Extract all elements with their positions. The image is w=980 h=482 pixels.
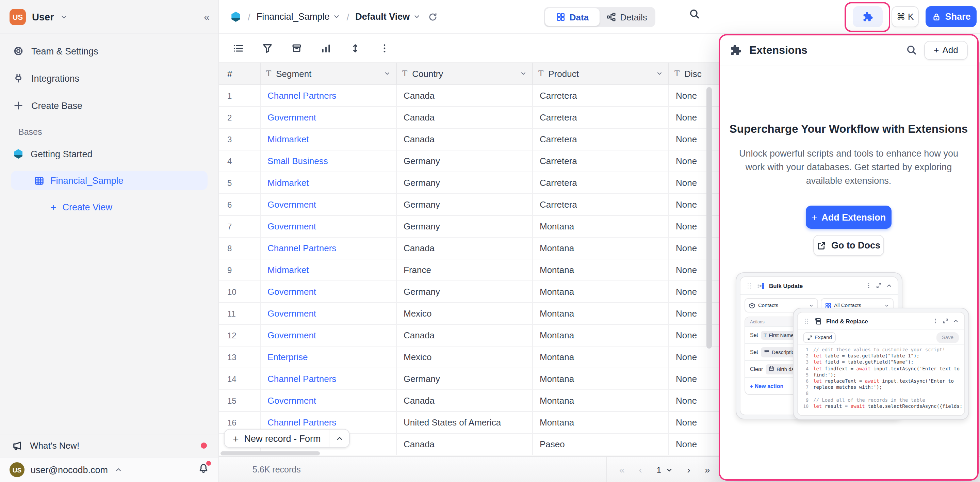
column-header-segment[interactable]: T Segment [261,63,397,84]
new-record-main[interactable]: + New record - Form [224,430,330,447]
sidebar-item-create-base[interactable]: Create Base [5,96,213,115]
cell-country[interactable]: Germany [397,172,533,193]
new-record-button[interactable]: + New record - Form [224,429,350,448]
extensions-panel: Extensions + Add Supercharge Your Workfl… [719,34,978,480]
cell-product[interactable]: Carretera [533,107,669,128]
cell-segment[interactable]: Channel Partners [261,85,397,106]
add-extension-small-button[interactable]: + Add [924,40,968,60]
share-button[interactable]: Share [926,6,977,27]
vertical-scrollbar[interactable] [706,87,712,348]
search-icon[interactable] [689,8,700,20]
last-page-button[interactable]: » [705,464,710,475]
cell-country[interactable]: Canada [397,129,533,150]
page-selector[interactable]: 1 [656,465,673,475]
cell-segment[interactable]: Midmarket [261,259,397,280]
cell-segment[interactable]: Government [261,390,397,411]
cell-product[interactable]: Carretera [533,172,669,193]
cell-segment[interactable]: Channel Partners [261,238,397,259]
new-record-options[interactable] [330,430,350,447]
cell-segment[interactable]: Midmarket [261,172,397,193]
cell-country[interactable]: Germany [397,150,533,172]
workspace-menu[interactable]: US User « [0,0,218,34]
cell-segment[interactable]: Government [261,325,397,346]
search-icon[interactable] [906,44,917,56]
account-menu[interactable]: US user@nocodb.com [0,457,218,482]
cell-country[interactable]: Germany [397,281,533,302]
cell-segment[interactable]: Government [261,107,397,128]
cell-segment[interactable]: Channel Partners [261,368,397,390]
add-extension-button[interactable]: + Add Extension [806,205,891,229]
cell-segment[interactable]: Enterprise [261,347,397,367]
column-header-product[interactable]: T Product [533,63,669,84]
cell-segment[interactable]: Government [261,281,397,302]
prev-page-button[interactable]: ‹ [639,464,642,475]
extensions-toggle-button[interactable] [853,6,883,27]
cell-product[interactable]: Carretera [533,129,669,150]
cell-product[interactable]: Montana [533,216,669,237]
chart-icon[interactable] [321,43,331,53]
sidebar-item-team-settings[interactable]: Team & Settings [5,41,213,60]
cell-product[interactable]: Montana [533,390,669,411]
cell-product[interactable]: Montana [533,238,669,259]
cell-country[interactable]: Mexico [397,303,533,324]
cell-segment[interactable]: Government [261,216,397,237]
breadcrumb-view[interactable]: Default View [355,11,421,22]
cell-product[interactable]: Montana [533,412,669,433]
filter-icon[interactable] [262,43,273,53]
cell-country[interactable]: Germany [397,194,533,215]
cell-country[interactable]: Mexico [397,347,533,367]
cell-product[interactable]: Montana [533,303,669,324]
row-height-icon[interactable] [350,43,361,53]
cell-product[interactable]: Montana [533,281,669,302]
go-to-docs-button[interactable]: Go to Docs [813,235,884,256]
tab-data[interactable]: Data [545,8,600,26]
fields-icon[interactable] [233,43,243,53]
column-header-country[interactable]: T Country [397,63,533,84]
code-editor[interactable]: 1// edit these values to customize your … [798,345,964,410]
command-palette-button[interactable]: ⌘ K [891,6,919,27]
cell-product[interactable]: Carretera [533,85,669,106]
cell-segment[interactable]: Government [261,194,397,215]
first-page-button[interactable]: « [619,464,625,475]
sidebar-create-view[interactable]: + Create View [5,197,213,216]
cell-product[interactable]: Carretera [533,150,669,172]
chevron-down-icon [665,466,673,474]
cell-segment[interactable]: Government [261,303,397,324]
whats-new-button[interactable]: What's New! [0,434,218,457]
cell-country[interactable]: Canada [397,325,533,346]
cell-country[interactable]: France [397,259,533,280]
sidebar-base-getting-started[interactable]: Getting Started [5,144,213,163]
cell-segment[interactable]: Midmarket [261,129,397,150]
notifications-button[interactable] [198,463,209,477]
cell-product[interactable]: Carretera [533,194,669,215]
gear-icon [13,46,24,57]
next-page-button[interactable]: › [687,464,690,475]
more-icon[interactable] [379,43,390,53]
sidebar-table-financial-sample[interactable]: Financial_Sample [11,171,208,190]
refresh-icon[interactable] [428,12,438,21]
cell-country[interactable]: Germany [397,216,533,237]
cell-segment[interactable]: Small Business [261,150,397,172]
bases-section-label: Bases [5,127,213,138]
cell-country[interactable]: Canada [397,390,533,411]
card-title: Find & Replace [826,318,868,325]
cell-product[interactable]: Montana [533,325,669,346]
cell-country[interactable]: United States of America [397,412,533,433]
expand-button[interactable]: Expand [803,332,836,343]
cell-product[interactable]: Paseo [533,434,669,455]
breadcrumb-base[interactable]: Financial_Sample [256,11,340,22]
sidebar-item-integrations[interactable]: Integrations [5,69,213,88]
cell-country[interactable]: Canada [397,85,533,106]
cell-country[interactable]: Canada [397,107,533,128]
cell-country[interactable]: Germany [397,368,533,390]
horizontal-scrollbar[interactable] [221,451,320,455]
cell-country[interactable]: Canada [397,434,533,455]
save-button[interactable]: Save [937,332,959,343]
cell-product[interactable]: Montana [533,368,669,390]
tab-details[interactable]: Details [600,8,654,26]
cell-country[interactable]: Canada [397,238,533,259]
group-icon[interactable] [291,43,302,53]
sidebar-collapse-button[interactable]: « [204,11,209,22]
cell-product[interactable]: Montana [533,259,669,280]
cell-product[interactable]: Montana [533,347,669,367]
